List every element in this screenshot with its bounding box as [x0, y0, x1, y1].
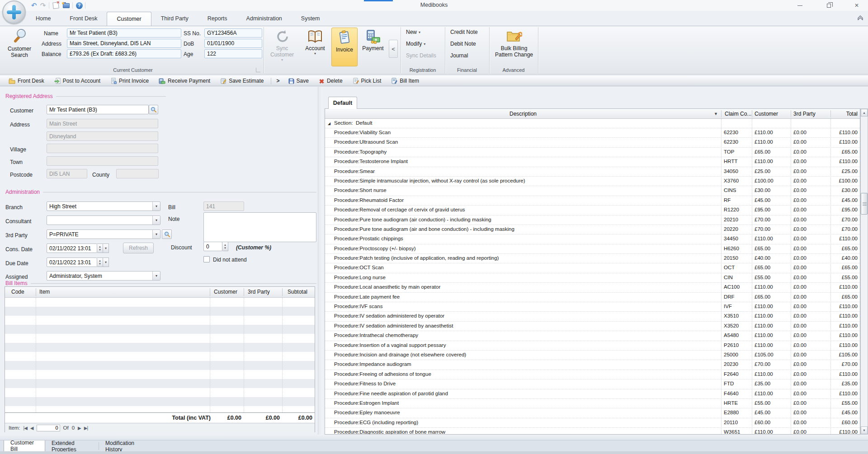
table-row[interactable]: Procedure:Smear 34050 £25.00 £0.00 £25.0…	[325, 167, 860, 177]
col-customer[interactable]: Customer	[214, 289, 237, 295]
tab-front-desk[interactable]: Front Desk	[60, 12, 107, 26]
dob-field[interactable]	[204, 39, 262, 48]
table-row[interactable]: Procedure:Proctoscopy (+/- biopsy) H6260…	[325, 244, 860, 254]
table-row[interactable]: Procedure:Late payment fee DRF £65.00 £0…	[325, 293, 860, 302]
did-not-attend-checkbox[interactable]	[203, 256, 210, 262]
table-row[interactable]: Procedure:Prostatic chippings 34450 £110…	[325, 234, 860, 244]
tab-customer[interactable]: Customer	[107, 12, 151, 26]
tab-administration[interactable]: Administration	[237, 12, 292, 26]
table-row[interactable]: Procedure:OCT Scan OCT £65.00 £0.00 £65.…	[325, 263, 860, 273]
debit-note-button[interactable]: Debit Note	[450, 41, 476, 47]
tab-third-party[interactable]: Third Party	[151, 12, 198, 26]
scrollbar-thumb[interactable]	[861, 193, 868, 215]
table-row[interactable]: Procedure:Rheumatoid Factor RF £45.00 £0…	[325, 196, 860, 206]
col-third-party[interactable]: 3rd Party	[248, 289, 270, 295]
tab-home[interactable]: Home	[26, 12, 60, 26]
restore-button[interactable]	[821, 0, 836, 11]
pick-list-button[interactable]: Pick List	[348, 76, 387, 86]
customer-input[interactable]	[47, 105, 149, 114]
due-date-spinner[interactable]: ▲▼	[97, 257, 103, 267]
nav-prev-icon[interactable]: ◀	[30, 426, 33, 431]
table-row[interactable]: Procedure:Pure tone audiogram (air and b…	[325, 225, 860, 234]
table-row[interactable]: Procedure:Freeing of adhesions of tongue…	[325, 370, 860, 379]
table-row[interactable]: Procedure:ECG (including reporting) 2011…	[325, 418, 860, 428]
account-button[interactable]: Account ▾	[300, 28, 330, 66]
panel-splitter[interactable]	[318, 87, 323, 435]
modify-menu-button[interactable]: Modify▾	[406, 41, 425, 47]
cons-date-spinner[interactable]: ▲▼	[97, 243, 103, 253]
front-desk-button[interactable]: Front Desk	[4, 76, 49, 86]
redo-button[interactable]: ↷	[39, 2, 47, 9]
invoice-button[interactable]: Invoice	[331, 28, 358, 66]
col-third-party[interactable]: 3rd Party	[793, 111, 816, 117]
new-menu-button[interactable]: New▾	[406, 29, 420, 35]
tab-reports[interactable]: Reports	[198, 12, 237, 26]
table-row[interactable]: Procedure:Intrathecal chemotherapy A5480…	[325, 331, 860, 341]
print-invoice-button[interactable]: Print Invoice	[105, 76, 154, 86]
journal-button[interactable]: Journal	[450, 52, 468, 59]
folder-button[interactable]: ★	[61, 2, 71, 9]
chevron-down-icon[interactable]: ▾	[105, 247, 107, 250]
delete-button[interactable]: Delete	[314, 76, 348, 86]
bill-items-body[interactable]	[5, 298, 315, 412]
discount-input[interactable]	[203, 242, 222, 251]
save-button[interactable]: Save	[283, 76, 314, 86]
table-row[interactable]: Procedure:IV sedation administered by an…	[325, 322, 860, 331]
spin-up-icon[interactable]: ▲	[99, 259, 101, 262]
spin-down-icon[interactable]: ▼	[99, 262, 101, 266]
name-field[interactable]	[67, 28, 181, 37]
application-button[interactable]	[2, 0, 26, 24]
customer-search-lookup-button[interactable]	[149, 105, 158, 114]
payment-button[interactable]: Payment	[359, 28, 387, 66]
col-subtotal[interactable]: Subtotal	[288, 289, 307, 295]
assigned-combo[interactable]: Administrator, System▾	[47, 271, 160, 281]
discount-field[interactable]	[203, 242, 222, 251]
table-row[interactable]: Procedure:Impedance audiogram 20230 £70.…	[325, 360, 860, 370]
table-row[interactable]: Procedure:Testosterone Implant HRTT £110…	[325, 157, 860, 167]
tab-system[interactable]: System	[292, 12, 330, 26]
ssno-input[interactable]	[204, 28, 262, 37]
chevron-down-icon[interactable]: ▾	[152, 202, 160, 211]
table-row[interactable]: Procedure:Epley manoeuvre E2880 £45.00 £…	[325, 408, 860, 418]
tab-extended-properties[interactable]: Extended Properties	[45, 440, 99, 452]
col-description[interactable]: Description	[325, 111, 721, 117]
name-input[interactable]	[67, 28, 181, 37]
discount-spinner[interactable]: ▲▼	[222, 242, 228, 251]
balance-input[interactable]	[67, 49, 181, 58]
table-row[interactable]: Procedure:Local anaesthetic by main oper…	[325, 283, 860, 292]
table-row[interactable]: Procedure:IVF scans IVF £110.00 £0.00 £1…	[325, 302, 860, 312]
cons-date-input[interactable]	[47, 243, 97, 253]
customer-field[interactable]	[47, 105, 149, 114]
table-row[interactable]: Procedure:Ultrasound Scan 62230 £110.00 …	[325, 138, 860, 147]
undo-button[interactable]: ↶	[30, 2, 38, 9]
table-row[interactable]: Procedure:IV sedation administered by op…	[325, 312, 860, 321]
third-party-search-button[interactable]	[162, 229, 172, 239]
cons-date-field[interactable]	[47, 243, 97, 253]
customer-search-button[interactable]: Customer Search	[4, 28, 35, 65]
table-row[interactable]: Procedure:Insertion of a vaginal support…	[325, 341, 860, 351]
receive-payment-button[interactable]: Receive Payment	[154, 76, 215, 86]
cancel-appointment-button[interactable]: ✕	[52, 2, 60, 9]
nav-first-icon[interactable]: |◀	[24, 426, 27, 431]
table-row[interactable]: Procedure:Topography TOP £65.00 £0.00 £6…	[325, 148, 860, 157]
spin-up-icon[interactable]: ▲	[224, 243, 226, 247]
scroll-up-button[interactable]: ▲	[861, 109, 868, 117]
consultant-combo[interactable]: ▾	[47, 215, 160, 225]
nav-next-icon[interactable]: ▶	[78, 426, 81, 431]
save-estimate-button[interactable]: Save Estimate	[215, 76, 269, 86]
chevron-down-icon[interactable]: ▾	[152, 216, 160, 225]
due-date-field[interactable]	[47, 257, 97, 267]
spin-up-icon[interactable]: ▲	[99, 245, 101, 248]
due-date-dropdown[interactable]: ▾	[103, 257, 109, 267]
branch-combo[interactable]: High Street▾	[47, 201, 160, 211]
dob-input[interactable]	[204, 39, 262, 48]
bill-item-button[interactable]: Bill Item	[386, 76, 424, 86]
spin-down-icon[interactable]: ▼	[99, 248, 101, 252]
tab-modification-history[interactable]: Modification History	[99, 440, 158, 452]
table-row[interactable]: Procedure:Fine needle aspiration of paro…	[325, 389, 860, 399]
tab-customer-bill[interactable]: Customer Bill	[4, 440, 45, 452]
scroll-down-button[interactable]: ▼	[861, 426, 868, 434]
due-date-input[interactable]	[47, 257, 97, 267]
table-row[interactable]: Procedure:Long nurse CIN £55.00 £0.00 £5…	[325, 273, 860, 283]
table-row[interactable]: Procedure:Incision and drainage (not els…	[325, 351, 860, 360]
